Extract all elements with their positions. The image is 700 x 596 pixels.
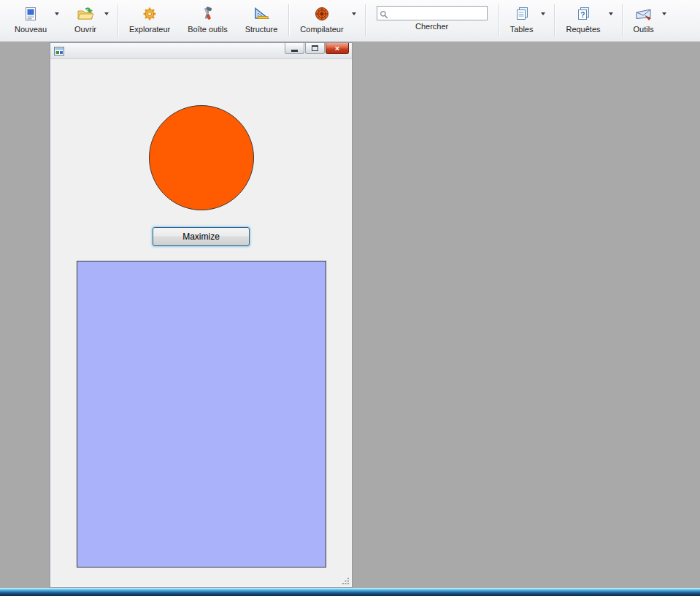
toolbar-item-label: Explorateur <box>129 25 170 34</box>
toolbar-item-compilateur[interactable]: Compilateur <box>291 1 362 41</box>
toolbar-item-nouveau[interactable]: Nouveau <box>6 1 66 41</box>
chevron-down-icon[interactable] <box>541 12 545 15</box>
toolbar-item-boite-outils[interactable]: Boîte outils <box>179 1 236 41</box>
close-button[interactable]: × <box>326 43 349 54</box>
queries-icon: ? <box>576 4 591 23</box>
toolbar: Nouveau Ouvrir <box>0 0 700 42</box>
window-content: Maximize <box>50 59 352 587</box>
window-controls: × <box>285 43 352 58</box>
svg-text:?: ? <box>580 11 585 19</box>
toolbar-item-structure[interactable]: Structure <box>236 1 287 41</box>
maximize-window-button[interactable] <box>305 43 325 54</box>
structure-icon <box>253 4 270 23</box>
toolbar-item-explorateur[interactable]: Explorateur <box>120 1 179 41</box>
chevron-down-icon[interactable] <box>104 12 109 15</box>
toolbar-separator <box>118 4 118 37</box>
chevron-down-icon[interactable] <box>662 12 666 15</box>
toolbar-separator <box>499 4 499 37</box>
maximize-action-button[interactable]: Maximize <box>153 227 250 246</box>
screen: Nouveau Ouvrir <box>0 0 700 596</box>
open-folder-icon <box>77 4 94 23</box>
toolbar-item-label: Tables <box>510 25 534 34</box>
toolbar-item-label: Compilateur <box>300 25 343 34</box>
toolbar-item-label: Ouvrir <box>74 25 96 34</box>
toolbar-item-requetes[interactable]: ? Requêtes <box>557 1 619 41</box>
window-titlebar[interactable]: × <box>50 43 352 59</box>
compiler-icon <box>315 4 329 23</box>
workspace: × Maximize <box>0 42 700 588</box>
child-window: × Maximize <box>50 42 353 588</box>
toolbar-item-label: Chercher <box>415 22 448 31</box>
toolbar-separator <box>365 4 366 37</box>
toolbar-item-outils[interactable]: Outils <box>625 1 673 41</box>
toolbar-item-label: Nouveau <box>15 25 47 34</box>
gear-icon <box>142 4 157 23</box>
minimize-button[interactable] <box>285 43 304 54</box>
minimize-icon <box>291 50 298 52</box>
chevron-down-icon[interactable] <box>55 12 59 15</box>
toolbar-separator <box>288 4 289 37</box>
maximize-icon <box>312 45 318 51</box>
toolbar-separator <box>622 4 623 37</box>
toolbar-item-ouvrir[interactable]: Ouvrir <box>66 1 115 41</box>
orange-circle-shape <box>149 105 254 210</box>
toolbar-search-group: Chercher <box>368 1 496 41</box>
toolbar-item-label: Structure <box>245 25 278 34</box>
tables-icon <box>515 4 529 23</box>
new-document-icon <box>23 4 38 23</box>
taskbar-edge <box>0 588 700 596</box>
chevron-down-icon[interactable] <box>609 12 613 15</box>
toolbox-icon <box>200 4 215 23</box>
toolbar-item-tables[interactable]: Tables <box>501 1 553 41</box>
close-icon: × <box>335 44 339 53</box>
window-icon <box>54 47 64 56</box>
chevron-down-icon[interactable] <box>352 12 356 15</box>
toolbar-separator <box>554 4 555 37</box>
resize-grip[interactable] <box>342 577 350 585</box>
toolbar-item-label: Requêtes <box>566 25 600 34</box>
blue-rectangle-shape <box>77 261 326 568</box>
tools-icon <box>635 4 653 23</box>
search-input[interactable] <box>377 6 488 20</box>
toolbar-item-label: Outils <box>634 25 654 34</box>
toolbar-item-label: Boîte outils <box>188 25 227 34</box>
search-box <box>377 6 488 20</box>
